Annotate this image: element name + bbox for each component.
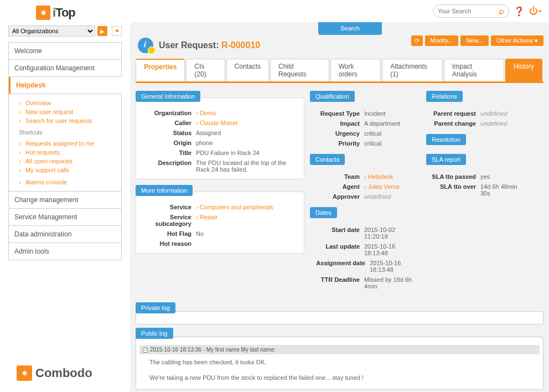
section-sla: SLA report [426, 154, 466, 165]
org-select[interactable]: All Organizations [8, 25, 95, 37]
footer-logo: ✱ Combodo [17, 365, 92, 381]
nav-helpdesk[interactable]: Helpdesk [9, 77, 122, 94]
tab-cis[interactable]: CIs (20) [186, 59, 225, 81]
tab-attach[interactable]: Attachments (1) [382, 59, 443, 81]
section-resolution: Resolution [426, 134, 466, 145]
nav-helpdesk-sub: Overview New user request Search for use… [9, 94, 121, 192]
tab-impact[interactable]: Impact Analysis [444, 59, 504, 81]
org-apply-button[interactable]: ▶ [97, 26, 107, 36]
subnav-alarms[interactable]: Alarms console [25, 179, 67, 185]
link-agent[interactable]: Jules Verne [368, 183, 400, 190]
tab-child[interactable]: Child Requests [270, 59, 329, 81]
shortcuts-label: Shortcuts [19, 128, 116, 137]
nav-welcome[interactable]: Welcome [9, 43, 121, 60]
tab-contacts[interactable]: Contacts [226, 59, 269, 81]
tab-work[interactable]: Work orders [330, 59, 381, 81]
search-tab[interactable]: Search [318, 22, 382, 35]
section-private-log: Private log [136, 302, 175, 313]
public-log-box: −2015-10-16 18:13:36 - My first name My … [136, 337, 543, 390]
collapse-icon[interactable]: − [143, 348, 148, 353]
main-nav: Welcome Configuration Management Helpdes… [8, 42, 122, 260]
nav-config[interactable]: Configuration Management [9, 60, 121, 77]
logo: ✱ iTop [8, 6, 122, 20]
link-team[interactable]: Helpdesk [368, 173, 393, 180]
help-icon[interactable]: ❓ [514, 6, 525, 17]
subnav-search-requests[interactable]: Search for user requests [25, 117, 92, 124]
footer-logo-text: Combodo [35, 366, 92, 380]
page-title: User Request: R-000010 [159, 40, 260, 50]
search-input[interactable] [438, 8, 499, 14]
log-entry-header[interactable]: −2015-10-16 18:13:36 - My first name My … [139, 345, 540, 354]
section-qualification: Qualification [310, 91, 355, 102]
nav-admintools[interactable]: Admin tools [9, 243, 121, 260]
tab-history[interactable]: History [505, 59, 542, 81]
footer-logo-icon: ✱ [17, 365, 32, 381]
nav-change[interactable]: Change management [9, 192, 121, 209]
link-org[interactable]: Demo [200, 110, 216, 116]
link-caller[interactable]: Claude Monet [200, 120, 238, 126]
logo-icon: ✱ [36, 6, 50, 20]
search-icon[interactable]: ⌕ [499, 6, 504, 16]
section-public-log: Public log [136, 328, 173, 339]
section-contacts: Contacts [310, 154, 345, 165]
nav-service[interactable]: Service Management [9, 209, 121, 226]
section-dates: Dates [310, 207, 337, 218]
request-icon [138, 38, 153, 53]
bookmark-button[interactable]: ⚑ [112, 26, 122, 36]
private-log-box [136, 311, 543, 324]
link-subcat[interactable]: Repair [200, 214, 217, 220]
section-general: General Information [136, 91, 200, 102]
modify-button[interactable]: Modify... [425, 35, 459, 46]
subnav-overview[interactable]: Overview [25, 100, 51, 106]
subnav-open[interactable]: All open requests [25, 158, 72, 164]
refresh-button[interactable]: ⟳ [411, 35, 423, 46]
link-service[interactable]: Computers and peripherals [200, 204, 273, 210]
subnav-assigned[interactable]: Requests assigned to me [25, 140, 94, 147]
nav-dataadmin[interactable]: Data administration [9, 226, 121, 243]
section-relations: Relations [426, 91, 463, 102]
subnav-hot[interactable]: Hot requests [25, 149, 60, 156]
logo-text: iTop [53, 6, 75, 20]
tab-properties[interactable]: Properties [136, 59, 185, 81]
global-search[interactable]: ⌕ [433, 4, 509, 18]
subnav-support[interactable]: My support calls [25, 167, 69, 173]
subnav-new-request[interactable]: New user request [25, 109, 73, 115]
section-more: More Information [136, 185, 193, 196]
new-button[interactable]: New... [460, 35, 489, 46]
power-icon[interactable]: ⏻▾ [529, 6, 542, 16]
other-actions-button[interactable]: Other Actions ▾ [491, 35, 543, 46]
tabs: Properties CIs (20) Contacts Child Reque… [136, 59, 543, 83]
